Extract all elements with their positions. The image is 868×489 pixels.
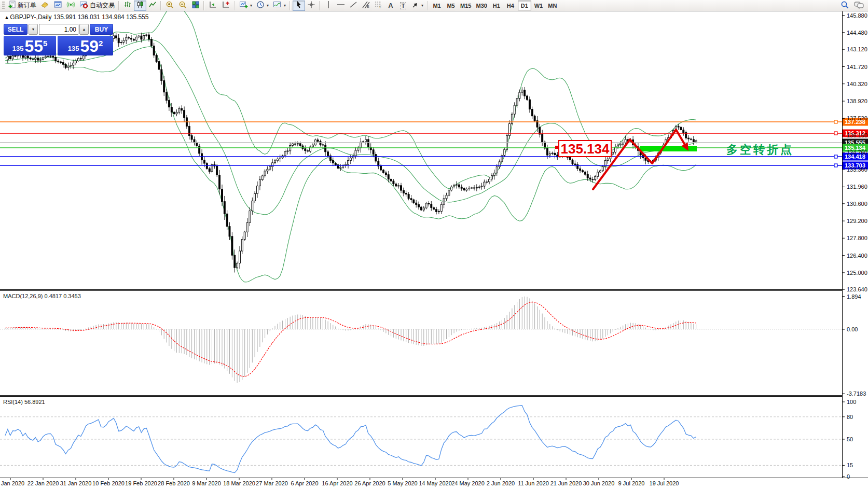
horizontal-line-tool-button[interactable] xyxy=(335,1,347,11)
axis-tick-label: 15 xyxy=(847,462,853,468)
fibonacci-icon: F xyxy=(374,1,382,10)
search-button[interactable] xyxy=(838,1,851,11)
text-label-icon: T xyxy=(400,2,407,9)
arrows-tool-button[interactable]: ▾ xyxy=(409,1,425,11)
zoom-out-button[interactable] xyxy=(176,1,189,11)
zoom-out-icon xyxy=(178,1,187,10)
channel-tool-button[interactable]: E xyxy=(360,1,372,11)
auto-scroll-button[interactable] xyxy=(206,1,219,11)
templates-button[interactable]: ▾ xyxy=(271,1,288,11)
tile-windows-button[interactable] xyxy=(189,1,202,11)
autotrading-button[interactable]: 自动交易 xyxy=(77,1,117,11)
horizontal-line-icon xyxy=(337,1,345,10)
text-label-tool-button[interactable]: T xyxy=(397,1,409,11)
profiles-button[interactable]: ▾ xyxy=(254,1,271,11)
date-label: 9 Mar 2020 xyxy=(192,480,221,486)
macd-label: MACD(12,26,9) 0.4817 0.3453 xyxy=(3,293,81,299)
date-label: 11 Jun 2020 xyxy=(518,480,549,486)
cursor-icon xyxy=(295,1,302,10)
axis-tick-label: 100 xyxy=(847,399,856,405)
axis-tick-label: 137.520 xyxy=(847,115,867,121)
chart-shift-button[interactable] xyxy=(219,1,232,11)
axis-tick-label: 50 xyxy=(847,436,853,442)
date-label: 22 Jan 2020 xyxy=(27,480,59,486)
book-icon xyxy=(40,1,49,10)
date-axis[interactable]: 3 Jan 202022 Jan 202031 Jan 202010 Feb 2… xyxy=(0,478,679,487)
signals-button[interactable] xyxy=(64,1,77,11)
new-order-icon xyxy=(8,1,16,10)
volume-input[interactable] xyxy=(39,24,78,35)
chart-window-icon xyxy=(53,1,62,10)
market-watch-button[interactable] xyxy=(51,1,64,11)
date-label: 3 Jan 2020 xyxy=(0,480,24,486)
price-line-137.238[interactable]: 137.238 xyxy=(0,118,868,126)
collapse-arrow-icon: ▴ xyxy=(5,13,10,21)
candlestick-chart-button[interactable] xyxy=(134,1,146,11)
vertical-line-tool-button[interactable] xyxy=(322,1,335,11)
mt4-window: 新订单 自动交易 xyxy=(0,0,868,489)
date-label: 30 Jun 2020 xyxy=(583,480,615,486)
sell-price-big: 55 xyxy=(24,38,43,54)
toolbar: 新订单 自动交易 xyxy=(0,0,868,11)
sell-price-sup: 5 xyxy=(43,40,47,47)
chart-shift-icon xyxy=(222,1,230,10)
timeframe-button-w1[interactable]: W1 xyxy=(532,1,545,10)
history-center-button[interactable] xyxy=(38,1,51,11)
buy-button[interactable]: BUY xyxy=(90,24,113,35)
price-line-136.312[interactable]: 136.312 xyxy=(0,130,868,137)
date-label: 26 Apr 2020 xyxy=(354,480,385,486)
toolbar-separator xyxy=(117,1,121,10)
timeframe-button-m1[interactable]: M1 xyxy=(430,1,444,10)
trend-line-tool-button[interactable] xyxy=(347,1,360,11)
date-label: 2 Jun 2020 xyxy=(487,480,515,486)
new-chart-button[interactable]: ▾ xyxy=(237,1,254,11)
axis-tick-label: 140.320 xyxy=(847,81,867,87)
date-label: 10 Feb 2020 xyxy=(92,480,125,486)
timeframe-button-m30[interactable]: M30 xyxy=(474,1,489,10)
volume-increase-button[interactable]: ▲ xyxy=(79,24,89,35)
one-click-trading-panel: SELL ▼ ▲ BUY 135 55 5 135 59 2 xyxy=(4,24,113,56)
price-axis[interactable]: 145.880144.480143.120141.720140.320138.9… xyxy=(842,12,867,480)
crosshair-tool-button[interactable] xyxy=(305,1,318,11)
sell-button[interactable]: SELL xyxy=(4,24,27,35)
buy-price-big: 59 xyxy=(80,38,99,54)
autotrade-icon xyxy=(79,1,88,10)
line-chart-button[interactable] xyxy=(146,1,159,11)
turning-point-text[interactable]: 多空转折点 xyxy=(726,143,794,156)
date-label: 24 May 2020 xyxy=(451,480,485,486)
community-chat-button[interactable] xyxy=(851,1,867,11)
timeframe-button-m15[interactable]: M15 xyxy=(458,1,473,10)
rsi-indicator xyxy=(0,406,842,473)
axis-tick-label: 130.600 xyxy=(847,201,867,207)
new-order-button[interactable]: 新订单 xyxy=(6,1,38,11)
chevron-down-icon: ▾ xyxy=(267,3,269,8)
timeframe-button-d1[interactable]: D1 xyxy=(518,1,531,10)
price-line-133.703[interactable]: 133.703 xyxy=(0,162,868,170)
chart-annotations[interactable]: 135.134多空转折点 xyxy=(555,130,794,189)
fibonacci-tool-button[interactable]: F xyxy=(372,1,384,11)
timeframe-button-mn[interactable]: MN xyxy=(546,1,559,10)
volume-decrease-button[interactable]: ▼ xyxy=(29,24,38,35)
chart-canvas[interactable]: 137.238136.312135.555135.134134.418133.7… xyxy=(0,0,868,489)
axis-tick-label: 144.480 xyxy=(847,30,867,36)
timeframe-button-m5[interactable]: M5 xyxy=(444,1,458,10)
axis-tick-label: 123.640 xyxy=(847,286,867,292)
text-tool-button[interactable]: A xyxy=(384,1,397,11)
sell-price[interactable]: 135 55 5 xyxy=(4,36,56,55)
channel-icon: E xyxy=(362,1,370,10)
timeframe-button-h4[interactable]: H4 xyxy=(504,1,517,10)
cursor-tool-button[interactable] xyxy=(293,1,305,11)
toolbar-grip[interactable] xyxy=(2,2,5,10)
axis-tick-label: 143.120 xyxy=(847,46,867,52)
date-label: 16 Apr 2020 xyxy=(322,480,352,486)
buy-price[interactable]: 135 59 2 xyxy=(58,36,113,55)
bar-chart-button[interactable] xyxy=(121,1,134,11)
price-annotation-box[interactable]: 135.134 xyxy=(555,141,611,157)
search-icon xyxy=(840,1,849,11)
zoom-in-button[interactable] xyxy=(163,1,176,11)
new-chart-icon xyxy=(239,1,248,10)
arrows-icon xyxy=(411,1,419,10)
timeframe-button-h1[interactable]: H1 xyxy=(490,1,503,10)
date-label: 27 Mar 2020 xyxy=(256,480,288,486)
chat-icon xyxy=(853,1,865,11)
